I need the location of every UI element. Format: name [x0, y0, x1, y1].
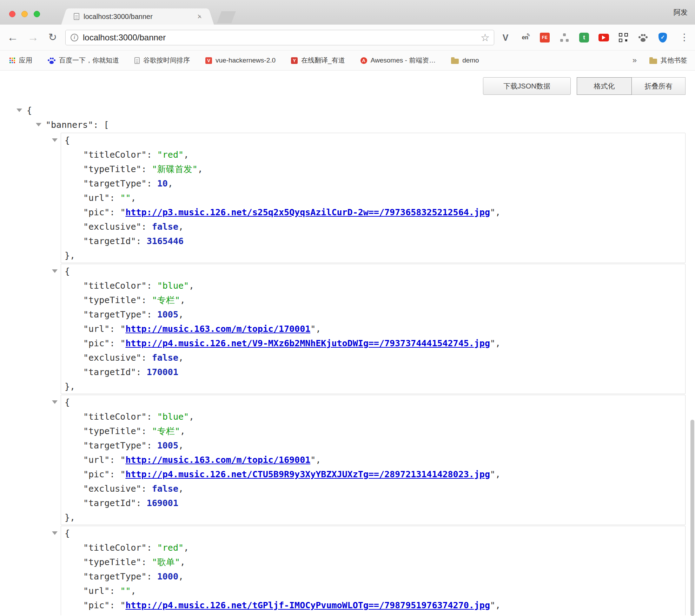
people-extension-icon[interactable] — [559, 32, 570, 43]
json-token: : — [147, 150, 157, 160]
bookmark-folder-demo[interactable]: demo — [451, 57, 479, 64]
json-line: { — [61, 526, 685, 540]
json-line: "targetType": 10, — [61, 176, 685, 191]
other-bookmarks[interactable]: 其他书签 — [649, 56, 687, 65]
json-token: " — [490, 338, 495, 348]
json-string-value: "red" — [157, 150, 184, 160]
window-zoom-button[interactable] — [34, 11, 40, 17]
profile-name[interactable]: 阿发 — [674, 8, 688, 17]
json-token: : — [141, 615, 152, 615]
collapse-triangle-icon[interactable] — [52, 400, 58, 404]
translate-extension-icon[interactable]: en ✎ — [520, 32, 530, 43]
reload-button[interactable]: ↻ — [46, 25, 60, 51]
bookmarks-overflow-chevron[interactable]: » — [633, 56, 637, 65]
json-url-link[interactable]: http://p3.music.126.net/s25q2x5QyqsAzilC… — [125, 207, 490, 217]
bookmark-google-sort[interactable]: 谷歌按时间排序 — [134, 56, 190, 65]
window-title-bar: localhost:3000/banner × 阿发 — [0, 0, 695, 25]
json-token: { — [65, 397, 70, 407]
back-button[interactable]: ← — [6, 25, 20, 51]
collapse-all-button[interactable]: 折叠所有 — [631, 77, 686, 95]
bookmark-baidu[interactable]: 百度一下，你就知道 — [48, 56, 119, 65]
json-number-value: 170001 — [147, 367, 178, 377]
json-token: : — [147, 178, 157, 189]
json-string-value: "" — [120, 586, 131, 596]
json-token: , — [495, 207, 501, 217]
json-token: , — [316, 324, 321, 334]
url-text[interactable]: localhost:3000/banner — [83, 33, 481, 42]
format-button[interactable]: 格式化 — [577, 77, 632, 95]
tab-close-icon[interactable]: × — [197, 12, 202, 21]
json-token: : — [141, 557, 152, 567]
browser-tab[interactable]: localhost:3000/banner × — [69, 8, 206, 25]
json-line: "pic": "http://p3.music.126.net/s25q2x5Q… — [61, 205, 685, 219]
json-line: }, — [61, 510, 685, 525]
browser-menu-icon[interactable]: ⋮ — [680, 25, 688, 51]
json-line: "pic": "http://p4.music.126.net/V9-MXz6b… — [61, 336, 685, 350]
youtube-extension-icon[interactable] — [598, 32, 609, 43]
scrollbar-thumb[interactable] — [690, 420, 694, 616]
window-close-button[interactable] — [9, 11, 15, 17]
json-string-value: "blue" — [157, 281, 189, 291]
json-line: "pic": "http://p4.music.126.net/CTU5B9R9… — [61, 467, 685, 481]
json-number-value: false — [152, 615, 178, 615]
v-extension-icon[interactable]: V — [500, 32, 511, 43]
collapse-triangle-icon[interactable] — [52, 531, 58, 535]
json-token: "typeTitle" — [83, 426, 141, 436]
json-url-link[interactable]: http://p4.music.126.net/CTU5B9R9y3XyYBZX… — [125, 469, 490, 479]
json-token: : — [110, 193, 120, 203]
json-token: "titleColor" — [83, 281, 147, 291]
view-mode-buttons: 格式化 折叠所有 — [577, 77, 686, 95]
json-string-value: "" — [120, 193, 131, 203]
fehelper-extension-icon[interactable]: FE — [540, 32, 550, 43]
json-object-box: {"titleColor": "blue","typeTitle": "专栏",… — [61, 395, 686, 525]
json-url-link[interactable]: http://music.163.com/m/topic/169001 — [125, 455, 310, 465]
json-token: "pic" — [83, 600, 110, 610]
json-line: "typeTitle": "歌单", — [61, 555, 685, 569]
json-token: "targetType" — [83, 440, 147, 451]
json-token: " — [490, 207, 495, 217]
json-token: , — [178, 222, 184, 232]
json-token: "typeTitle" — [83, 557, 141, 567]
json-token: "exclusive" — [83, 222, 141, 232]
bookmark-vue-hackernews[interactable]: V vue-hackernews-2.0 — [205, 57, 276, 64]
bookmark-label: 在线翻译_有道 — [301, 56, 345, 65]
json-line: { — [61, 264, 685, 278]
json-token: : — [136, 236, 147, 246]
page-info-icon[interactable]: i — [71, 34, 78, 41]
json-url-link[interactable]: http://p4.music.126.net/V9-MXz6b2MNhEKju… — [125, 338, 490, 348]
extension-icons: V en ✎ FE t ✓ — [500, 25, 668, 51]
json-line: "targetId": 169001 — [61, 496, 685, 510]
json-token: "pic" — [83, 207, 110, 217]
bookmark-youdao-translate[interactable]: Y 在线翻译_有道 — [291, 56, 345, 65]
collapse-triangle-icon[interactable] — [36, 123, 41, 126]
new-tab-button[interactable] — [217, 11, 236, 23]
window-minimize-button[interactable] — [21, 11, 28, 17]
json-token: , — [495, 469, 501, 479]
json-line: { — [61, 133, 685, 148]
json-url-link[interactable]: http://music.163.com/m/topic/170001 — [125, 324, 310, 334]
json-line: "typeTitle": "新碟首发", — [61, 162, 685, 176]
address-bar[interactable]: i localhost:3000/banner ☆ — [65, 30, 494, 45]
paw-extension-icon[interactable] — [638, 32, 648, 43]
json-tree: {"banners": [{"titleColor": "red","typeT… — [0, 103, 695, 615]
download-json-button[interactable]: 下载JSON数据 — [483, 77, 571, 95]
play-icon — [602, 35, 605, 40]
apps-shortcut[interactable]: 应用 — [9, 56, 32, 65]
qrcode-extension-icon[interactable] — [618, 32, 629, 43]
awesomes-favicon-icon: A — [360, 57, 367, 64]
json-token: , — [180, 557, 185, 567]
bookmark-star-icon[interactable]: ☆ — [481, 32, 490, 44]
json-line: }, — [61, 248, 685, 263]
collapse-triangle-icon[interactable] — [52, 269, 58, 273]
json-url-link[interactable]: http://p4.music.126.net/tGPljf-IMOCyPvum… — [125, 600, 490, 610]
bookmark-awesomes[interactable]: A Awesomes - 前端资… — [360, 56, 436, 65]
collapse-triangle-icon[interactable] — [52, 138, 58, 142]
shield-extension-icon[interactable]: ✓ — [657, 32, 668, 43]
collapse-triangle-icon[interactable] — [16, 109, 22, 112]
green-extension-icon[interactable]: t — [579, 32, 589, 43]
other-bookmarks-label: 其他书签 — [661, 56, 687, 65]
browser-toolbar: ← → ↻ i localhost:3000/banner ☆ V en ✎ F… — [0, 25, 695, 51]
json-line: "targetType": 1000, — [61, 569, 685, 584]
json-token: : — [147, 571, 157, 582]
json-token: : — [141, 484, 152, 494]
